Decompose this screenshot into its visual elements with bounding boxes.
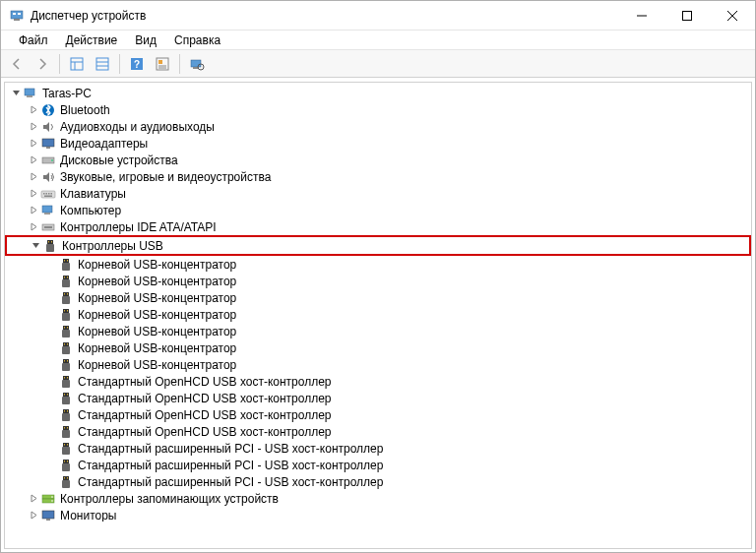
expand-icon[interactable] <box>27 137 40 151</box>
expand-icon[interactable] <box>27 120 40 134</box>
svg-rect-34 <box>51 193 53 195</box>
tree-node[interactable]: Корневой USB-концентратор <box>5 339 751 356</box>
back-button[interactable] <box>5 52 29 76</box>
svg-rect-8 <box>71 58 83 70</box>
tree-node-label: Дисковые устройства <box>60 154 178 167</box>
tree-node[interactable]: Мониторы <box>5 507 751 523</box>
tree-node[interactable]: Контроллеры IDE ATA/ATAPI <box>5 218 751 235</box>
expander-spacer <box>44 392 58 405</box>
tree-node[interactable]: Корневой USB-концентратор <box>5 306 751 323</box>
minimize-button[interactable] <box>619 1 664 30</box>
expander-spacer <box>44 475 58 489</box>
audio-icon <box>40 119 56 135</box>
collapse-icon[interactable] <box>29 239 42 253</box>
svg-rect-43 <box>46 244 54 252</box>
tree-node[interactable]: Стандартный OpenHCD USB хост-контроллер <box>5 423 751 440</box>
expand-icon[interactable] <box>27 509 40 522</box>
tree-node-label: Стандартный OpenHCD USB хост-контроллер <box>78 408 332 422</box>
menu-action[interactable]: Действие <box>58 31 126 49</box>
tree-node[interactable]: Bluetooth <box>5 101 751 118</box>
details-button[interactable] <box>91 52 114 76</box>
tree-node[interactable]: Корневой USB-концентратор <box>5 289 751 306</box>
tree-node[interactable]: Корневой USB-концентратор <box>5 256 751 273</box>
tree-node[interactable]: Клавиатуры <box>5 185 751 202</box>
svg-rect-33 <box>48 193 50 195</box>
expander-spacer <box>44 459 58 472</box>
tree-node-label: Контроллеры USB <box>62 239 163 253</box>
tree-node[interactable]: Стандартный расширенный PCI - USB хост-к… <box>5 457 751 473</box>
tree-node[interactable]: Звуковые, игровые и видеоустройства <box>5 168 751 185</box>
svg-rect-3 <box>14 19 20 21</box>
svg-rect-95 <box>62 463 70 471</box>
svg-rect-57 <box>64 310 65 312</box>
tree-node[interactable]: Контроллеры USB <box>7 237 749 254</box>
bluetooth-icon <box>40 102 56 118</box>
svg-rect-84 <box>63 426 69 430</box>
tree-node[interactable]: Корневой USB-концентратор <box>5 323 751 339</box>
forward-button[interactable] <box>31 52 54 76</box>
maximize-button[interactable] <box>664 1 710 30</box>
svg-rect-17 <box>158 60 162 64</box>
svg-rect-87 <box>62 430 70 438</box>
expand-icon[interactable] <box>27 187 40 201</box>
properties-button[interactable] <box>151 52 174 76</box>
svg-rect-0 <box>11 11 23 19</box>
usb-icon <box>58 290 74 306</box>
menu-file[interactable]: Файл <box>11 31 56 49</box>
tree-node[interactable]: Стандартный OpenHCD USB хост-контроллер <box>5 373 751 390</box>
svg-rect-26 <box>42 139 54 147</box>
tree-node[interactable]: Корневой USB-концентратор <box>5 273 751 289</box>
computer-icon <box>40 203 56 218</box>
tree-node[interactable]: Стандартный расширенный PCI - USB хост-к… <box>5 473 751 490</box>
expand-icon[interactable] <box>27 103 40 117</box>
svg-rect-65 <box>64 343 65 345</box>
tree-node-label: Аудиовходы и аудиовыходы <box>60 120 215 134</box>
tree-node[interactable]: Дисковые устройства <box>5 152 751 168</box>
expand-icon[interactable] <box>27 204 40 217</box>
tree-node-label: Корневой USB-концентратор <box>78 258 236 272</box>
tree-node[interactable]: Компьютер <box>5 202 751 218</box>
tree-node[interactable]: Стандартный OpenHCD USB хост-контроллер <box>5 390 751 406</box>
usb-icon <box>58 340 74 356</box>
svg-rect-42 <box>51 241 52 243</box>
svg-rect-56 <box>63 309 69 313</box>
close-button[interactable] <box>710 1 755 30</box>
svg-point-102 <box>51 496 53 498</box>
svg-rect-35 <box>44 195 52 197</box>
svg-rect-80 <box>63 409 69 413</box>
tree-node[interactable]: Taras-PC <box>5 85 751 101</box>
svg-rect-20 <box>191 60 201 67</box>
expand-icon[interactable] <box>27 220 40 234</box>
svg-rect-93 <box>64 461 65 462</box>
menubar: Файл Действие Вид Справка <box>1 31 755 50</box>
svg-rect-82 <box>67 410 68 412</box>
tree-node-label: Taras-PC <box>42 87 92 100</box>
svg-rect-98 <box>67 477 68 479</box>
menu-help[interactable]: Справка <box>166 31 228 49</box>
menu-view[interactable]: Вид <box>127 31 164 49</box>
device-tree[interactable]: Taras-PCBluetoothАудиовходы и аудиовыход… <box>4 82 752 549</box>
tree-node[interactable]: Контроллеры запоминающих устройств <box>5 490 751 507</box>
svg-rect-64 <box>63 342 69 346</box>
tree-node-label: Корневой USB-концентратор <box>78 291 236 305</box>
monitor-icon <box>40 508 56 523</box>
tree-node[interactable]: Стандартный расширенный PCI - USB хост-к… <box>5 440 751 457</box>
tree-node[interactable]: Стандартный OpenHCD USB хост-контроллер <box>5 406 751 423</box>
tree-node-label: Клавиатуры <box>60 187 126 201</box>
expand-icon[interactable] <box>27 492 40 506</box>
svg-rect-11 <box>96 58 108 70</box>
help-button[interactable]: ? <box>125 52 149 76</box>
tree-node[interactable]: Видеоадаптеры <box>5 135 751 152</box>
expand-icon[interactable] <box>27 170 40 184</box>
tree-node[interactable]: Аудиовходы и аудиовыходы <box>5 118 751 135</box>
show-hidden-button[interactable] <box>65 52 89 76</box>
toolbar-divider <box>59 54 60 74</box>
collapse-icon[interactable] <box>9 87 23 100</box>
svg-rect-81 <box>64 410 65 412</box>
scan-hardware-button[interactable] <box>185 52 209 76</box>
tree-node-label: Корневой USB-концентратор <box>78 341 236 355</box>
svg-point-29 <box>51 159 53 161</box>
svg-rect-70 <box>67 360 68 362</box>
expand-icon[interactable] <box>27 154 40 167</box>
tree-node[interactable]: Корневой USB-концентратор <box>5 356 751 373</box>
